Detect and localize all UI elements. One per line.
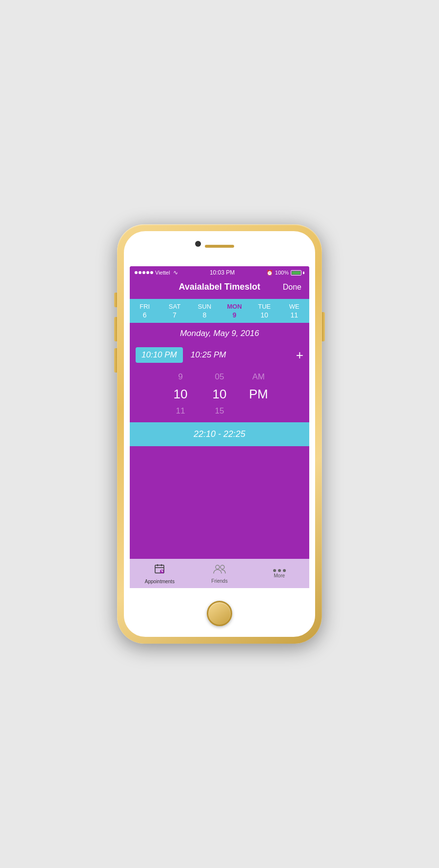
tab-appointments[interactable]: Appointments (130, 563, 190, 584)
battery-body (291, 270, 301, 276)
time-picker: 9 10 11 05 10 15 AM PM (130, 368, 309, 422)
calendar-day-fri[interactable]: FRI 6 (130, 299, 160, 323)
volume-down-button[interactable] (114, 348, 117, 373)
day-num-fri: 6 (143, 311, 147, 319)
tab-friends[interactable]: Friends (190, 564, 250, 584)
signal-dot-3 (142, 271, 145, 274)
phone-frame: Viettel ∿ 10:03 PM ⏰ 100% (117, 224, 322, 644)
svg-point-8 (220, 565, 224, 569)
calendar-day-tue[interactable]: TUE 10 (249, 299, 279, 323)
tab-more[interactable]: More (249, 569, 309, 578)
day-name-sun: SUN (198, 303, 211, 310)
picker-hour-11[interactable]: 11 (176, 404, 185, 418)
mute-button[interactable] (114, 293, 117, 307)
summary-bar: 22:10 - 22:25 (130, 422, 309, 446)
tab-appointments-label: Appointments (145, 579, 175, 584)
more-dot-2 (278, 569, 281, 572)
wifi-icon: ∿ (173, 269, 178, 276)
status-bar: Viettel ∿ 10:03 PM ⏰ 100% (130, 266, 309, 278)
power-button[interactable] (322, 312, 325, 341)
add-timeslot-button[interactable]: + (296, 348, 303, 363)
screen: Viettel ∿ 10:03 PM ⏰ 100% (130, 266, 309, 588)
day-num-sat: 7 (173, 311, 177, 319)
tab-friends-label: Friends (211, 578, 227, 584)
phone-screen-area: Viettel ∿ 10:03 PM ⏰ 100% (124, 231, 315, 637)
battery-tip (303, 272, 304, 274)
timeslot-end[interactable]: 10:25 PM (191, 350, 292, 360)
status-left: Viettel ∿ (135, 269, 178, 276)
timeslot-start[interactable]: 10:10 PM (136, 347, 183, 363)
picker-hour-10[interactable]: 10 (174, 384, 188, 404)
picker-minutes[interactable]: 05 10 15 (200, 370, 239, 418)
day-num-tue: 10 (260, 311, 268, 319)
signal-dot-2 (139, 271, 141, 274)
day-name-wed: WE (289, 303, 299, 310)
day-name-fri: FRI (140, 303, 150, 310)
calendar-day-mon[interactable]: MON 9 (220, 299, 249, 323)
calendar-day-sun[interactable]: SUN 8 (190, 299, 220, 323)
battery-percent: 100% (275, 270, 289, 276)
home-button[interactable] (207, 601, 232, 626)
picker-minute-10[interactable]: 10 (213, 384, 227, 404)
picker-minute-05[interactable]: 05 (215, 370, 224, 384)
date-display: Monday, May 9, 2016 (130, 323, 309, 343)
camera (195, 241, 201, 247)
calendar-week: FRI 6 SAT 7 SUN 8 MON 9 TUE 10 (130, 299, 309, 323)
picker-hour-9[interactable]: 9 (178, 370, 182, 384)
more-dot-3 (283, 569, 286, 572)
status-time: 10:03 PM (210, 269, 235, 276)
battery-indicator (291, 270, 304, 276)
day-name-mon: MON (227, 303, 241, 310)
signal-dot-4 (146, 271, 149, 274)
alarm-icon: ⏰ (266, 270, 273, 276)
more-icon (273, 569, 286, 572)
picker-minute-15[interactable]: 15 (215, 404, 224, 418)
tab-bar: Appointments Friends (130, 559, 309, 588)
appointments-icon (154, 563, 165, 578)
done-button[interactable]: Done (282, 283, 301, 292)
picker-period-pm[interactable]: PM (249, 384, 268, 404)
svg-point-7 (216, 565, 220, 569)
status-right: ⏰ 100% (266, 270, 304, 276)
day-name-tue: TUE (258, 303, 271, 310)
signal-dot-5 (150, 271, 153, 274)
calendar-day-sat[interactable]: SAT 7 (160, 299, 189, 323)
picker-period-empty (258, 404, 260, 418)
picker-period[interactable]: AM PM (239, 370, 278, 418)
battery-fill (292, 271, 300, 275)
signal-dot-1 (135, 271, 138, 274)
timeslot-row: 10:10 PM 10:25 PM + (130, 343, 309, 368)
carrier-label: Viettel (155, 270, 170, 276)
friends-icon (213, 564, 226, 577)
nav-title: Avaialabel Timeslot (157, 282, 282, 292)
tab-more-label: More (274, 573, 285, 578)
picker-hours[interactable]: 9 10 11 (161, 370, 200, 418)
volume-up-button[interactable] (114, 317, 117, 341)
more-dot-1 (273, 569, 276, 572)
nav-header: Avaialabel Timeslot Done (130, 278, 309, 299)
calendar-day-wed[interactable]: WE 11 (279, 299, 309, 323)
day-num-wed: 11 (291, 311, 299, 319)
day-num-mon: 9 (233, 311, 237, 319)
speaker (205, 245, 234, 248)
day-name-sat: SAT (169, 303, 180, 310)
signal-dots (135, 271, 153, 274)
day-num-sun: 8 (202, 311, 206, 319)
picker-period-am[interactable]: AM (252, 370, 265, 384)
